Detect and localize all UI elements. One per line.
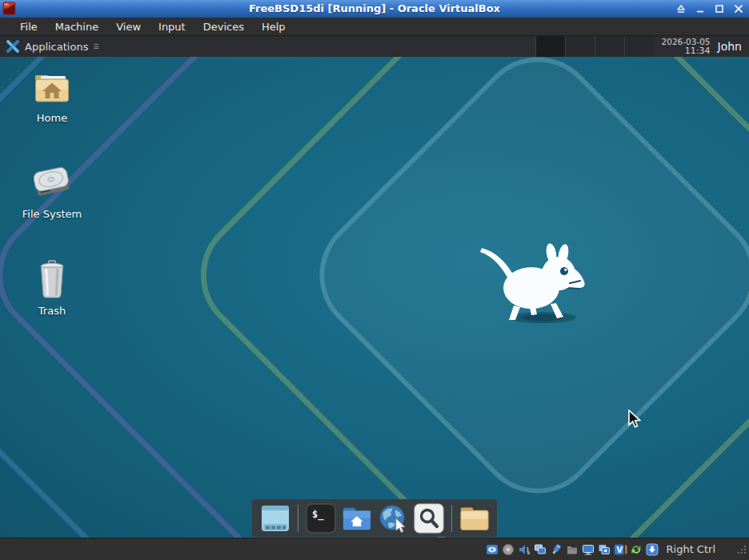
dock-separator (298, 505, 298, 532)
status-optical-drives-icon[interactable] (502, 542, 515, 557)
menu-file[interactable]: File (11, 18, 46, 36)
host-key-label: Right Ctrl (667, 543, 716, 555)
show-desktop-icon (261, 505, 290, 532)
desktop-icon-home[interactable]: Home (12, 69, 92, 125)
dock: $_ (252, 499, 497, 537)
workspace-1[interactable] (535, 36, 565, 57)
dock-search-button[interactable] (414, 503, 444, 534)
virtualbox-window: FreeBSD15di [Running] - Oracle VirtualBo… (0, 0, 749, 560)
web-browser-icon (378, 502, 408, 534)
workspace-3[interactable] (595, 36, 624, 57)
search-icon (414, 503, 444, 534)
home-folder-icon (32, 69, 72, 107)
trash-can-icon (34, 258, 70, 300)
applications-menu-button[interactable]: Applications ☰ (0, 36, 106, 57)
window-title: FreeBSD15di [Running] - Oracle VirtualBo… (0, 0, 749, 18)
svg-text:V: V (616, 545, 623, 554)
menu-help[interactable]: Help (253, 18, 294, 36)
status-recording-icon[interactable] (598, 542, 611, 557)
shade-button[interactable] (675, 3, 687, 14)
clock-time: 11:34 (662, 46, 711, 56)
vbox-titlebar[interactable]: FreeBSD15di [Running] - Oracle VirtualBo… (0, 0, 749, 18)
workspace-2[interactable] (565, 36, 595, 57)
status-shared-folders-icon[interactable] (566, 542, 579, 557)
menu-input[interactable]: Input (150, 18, 194, 36)
vbox-menubar: File Machine View Input Devices Help (0, 18, 749, 36)
dock-web-browser-button[interactable] (378, 503, 408, 534)
status-display-icon[interactable] (582, 542, 595, 557)
resize-grip[interactable] (736, 544, 747, 554)
svg-text:$_: $_ (312, 509, 324, 521)
status-features-icon[interactable]: V (614, 542, 627, 557)
xfce-logo-icon (6, 40, 19, 53)
file-manager-home-icon (342, 504, 372, 533)
vbox-statusbar: V Right Ctrl (0, 538, 749, 560)
status-audio-icon[interactable] (518, 542, 531, 557)
desktop[interactable]: Home File System Tra (0, 57, 749, 538)
status-network-icon[interactable] (534, 542, 547, 557)
menu-machine[interactable]: Machine (46, 18, 107, 36)
workspace-switcher (535, 36, 654, 57)
status-mouse-integration-icon[interactable] (630, 542, 643, 557)
workspace-4[interactable] (624, 36, 654, 57)
desktop-icon-label: Trash (36, 305, 68, 317)
menu-lines-icon: ☰ (93, 43, 98, 50)
close-button[interactable] (733, 3, 744, 14)
dock-show-desktop-button[interactable] (260, 503, 290, 534)
panel-clock[interactable]: 2026-03-05 11:34 (654, 38, 716, 56)
status-keyboard-icon[interactable] (646, 542, 659, 557)
menu-view[interactable]: View (107, 18, 150, 36)
menu-devices[interactable]: Devices (194, 18, 253, 36)
dock-folder-button[interactable] (459, 503, 490, 534)
maximize-button[interactable] (714, 3, 725, 14)
dock-separator (451, 505, 452, 532)
status-hard-disks-icon[interactable] (486, 542, 499, 557)
mouse-cursor (627, 410, 643, 430)
user-actions-button[interactable]: John (716, 40, 749, 53)
desktop-icon-trash[interactable]: Trash (12, 258, 92, 318)
xfce-top-panel: Applications ☰ 2026-03-05 11:34 John (0, 36, 749, 57)
desktop-icon-file-system[interactable]: File System (12, 163, 92, 221)
hard-disk-icon (30, 163, 74, 203)
applications-label: Applications (25, 41, 88, 53)
status-usb-devices-icon[interactable] (550, 542, 563, 557)
desktop-icon-label: Home (34, 112, 70, 124)
dock-terminal-button[interactable]: $_ (306, 503, 336, 534)
xfce-mouse-logo (474, 235, 600, 328)
dock-file-manager-button[interactable] (342, 503, 372, 534)
folder-icon (459, 504, 490, 533)
minimize-button[interactable] (695, 3, 706, 14)
terminal-icon: $_ (306, 503, 336, 534)
desktop-icon-label: File System (20, 208, 84, 220)
